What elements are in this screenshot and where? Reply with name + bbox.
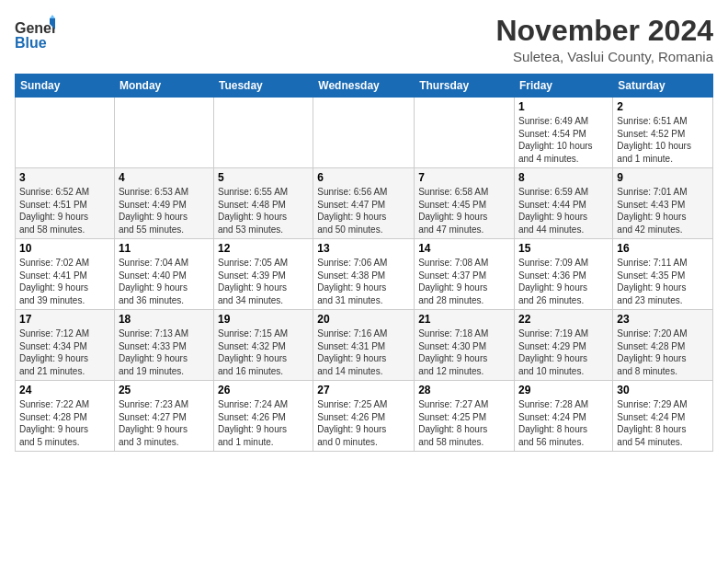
calendar-cell: 2Sunrise: 6:51 AMSunset: 4:52 PMDaylight… [613,98,713,168]
day-number: 5 [218,171,309,184]
day-number: 1 [518,100,609,113]
calendar-cell: 16Sunrise: 7:11 AMSunset: 4:35 PMDayligh… [613,239,713,310]
calendar-table: SundayMondayTuesdayWednesdayThursdayFrid… [15,74,713,452]
day-info: Sunrise: 7:08 AMSunset: 4:37 PMDaylight:… [418,257,510,306]
calendar-cell: 18Sunrise: 7:13 AMSunset: 4:33 PMDayligh… [114,310,213,381]
day-number: 3 [19,171,110,184]
day-info: Sunrise: 7:23 AMSunset: 4:27 PMDaylight:… [119,398,210,448]
day-number: 15 [518,242,609,255]
location-subtitle: Suletea, Vaslui County, Romania [495,49,713,64]
logo: General Blue [15,15,55,59]
day-number: 2 [617,100,709,113]
day-number: 23 [617,313,709,326]
day-number: 12 [218,242,309,255]
calendar-cell: 29Sunrise: 7:28 AMSunset: 4:24 PMDayligh… [515,381,613,452]
calendar-cell: 1Sunrise: 6:49 AMSunset: 4:54 PMDaylight… [515,98,613,168]
day-info: Sunrise: 6:59 AMSunset: 4:44 PMDaylight:… [518,186,609,236]
weekday-header: Thursday [415,75,515,98]
day-number: 18 [119,313,210,326]
calendar-header-row: SundayMondayTuesdayWednesdayThursdayFrid… [16,75,713,98]
day-info: Sunrise: 7:15 AMSunset: 4:32 PMDaylight:… [218,327,309,377]
calendar-cell: 22Sunrise: 7:19 AMSunset: 4:29 PMDayligh… [515,310,613,381]
day-number: 9 [617,171,709,184]
calendar-cell: 15Sunrise: 7:09 AMSunset: 4:36 PMDayligh… [515,239,613,310]
weekday-header: Tuesday [213,75,313,98]
day-number: 14 [418,242,510,255]
calendar-cell: 6Sunrise: 6:56 AMSunset: 4:47 PMDaylight… [313,168,415,239]
day-number: 13 [317,242,410,255]
calendar-cell: 7Sunrise: 6:58 AMSunset: 4:45 PMDaylight… [415,168,515,239]
day-info: Sunrise: 7:11 AMSunset: 4:35 PMDaylight:… [617,257,709,306]
calendar-cell: 10Sunrise: 7:02 AMSunset: 4:41 PMDayligh… [16,239,115,310]
calendar-cell: 27Sunrise: 7:25 AMSunset: 4:26 PMDayligh… [313,381,415,452]
day-info: Sunrise: 6:58 AMSunset: 4:45 PMDaylight:… [418,186,510,236]
day-info: Sunrise: 7:04 AMSunset: 4:40 PMDaylight:… [119,257,210,306]
day-info: Sunrise: 7:29 AMSunset: 4:24 PMDaylight:… [617,398,709,448]
day-number: 20 [317,313,410,326]
day-info: Sunrise: 6:55 AMSunset: 4:48 PMDaylight:… [218,186,309,236]
day-number: 30 [617,384,709,396]
day-info: Sunrise: 7:06 AMSunset: 4:38 PMDaylight:… [317,257,410,306]
calendar-cell: 8Sunrise: 6:59 AMSunset: 4:44 PMDaylight… [515,168,613,239]
day-info: Sunrise: 6:52 AMSunset: 4:51 PMDaylight:… [19,186,110,236]
calendar-cell: 30Sunrise: 7:29 AMSunset: 4:24 PMDayligh… [613,381,713,452]
calendar-cell: 3Sunrise: 6:52 AMSunset: 4:51 PMDaylight… [16,168,115,239]
day-info: Sunrise: 7:16 AMSunset: 4:31 PMDaylight:… [317,327,410,377]
calendar-cell: 21Sunrise: 7:18 AMSunset: 4:30 PMDayligh… [415,310,515,381]
calendar-week-row: 3Sunrise: 6:52 AMSunset: 4:51 PMDaylight… [16,168,713,239]
day-number: 6 [317,171,410,184]
calendar-week-row: 10Sunrise: 7:02 AMSunset: 4:41 PMDayligh… [16,239,713,310]
calendar-cell: 14Sunrise: 7:08 AMSunset: 4:37 PMDayligh… [415,239,515,310]
day-info: Sunrise: 7:01 AMSunset: 4:43 PMDaylight:… [617,186,709,236]
weekday-header: Wednesday [313,75,415,98]
day-number: 11 [119,242,210,255]
day-info: Sunrise: 7:12 AMSunset: 4:34 PMDaylight:… [19,327,110,377]
day-info: Sunrise: 7:13 AMSunset: 4:33 PMDaylight:… [119,327,210,377]
calendar-week-row: 24Sunrise: 7:22 AMSunset: 4:28 PMDayligh… [16,381,713,452]
calendar-cell: 26Sunrise: 7:24 AMSunset: 4:26 PMDayligh… [213,381,313,452]
weekday-header: Sunday [16,75,115,98]
day-info: Sunrise: 7:20 AMSunset: 4:28 PMDaylight:… [617,327,709,377]
day-info: Sunrise: 7:22 AMSunset: 4:28 PMDaylight:… [19,398,110,448]
day-number: 29 [518,384,609,396]
month-title: November 2024 [495,15,713,47]
calendar-cell: 12Sunrise: 7:05 AMSunset: 4:39 PMDayligh… [213,239,313,310]
calendar-cell [114,98,213,168]
weekday-header: Friday [515,75,613,98]
calendar-cell [415,98,515,168]
calendar-cell: 5Sunrise: 6:55 AMSunset: 4:48 PMDaylight… [213,168,313,239]
day-number: 19 [218,313,309,326]
svg-text:Blue: Blue [15,35,47,51]
calendar-week-row: 17Sunrise: 7:12 AMSunset: 4:34 PMDayligh… [16,310,713,381]
calendar-cell: 20Sunrise: 7:16 AMSunset: 4:31 PMDayligh… [313,310,415,381]
calendar-cell: 24Sunrise: 7:22 AMSunset: 4:28 PMDayligh… [16,381,115,452]
day-info: Sunrise: 7:18 AMSunset: 4:30 PMDaylight:… [418,327,510,377]
weekday-header: Saturday [613,75,713,98]
day-number: 17 [19,313,110,326]
calendar-cell: 23Sunrise: 7:20 AMSunset: 4:28 PMDayligh… [613,310,713,381]
logo-icon: General Blue [15,15,55,59]
day-number: 4 [119,171,210,184]
calendar-cell [313,98,415,168]
page-container: General Blue November 2024 Suletea, Vasl… [0,0,728,459]
day-number: 25 [119,384,210,396]
calendar-cell: 9Sunrise: 7:01 AMSunset: 4:43 PMDaylight… [613,168,713,239]
day-info: Sunrise: 7:05 AMSunset: 4:39 PMDaylight:… [218,257,309,306]
day-number: 28 [418,384,510,396]
day-number: 22 [518,313,609,326]
day-number: 8 [518,171,609,184]
day-number: 26 [218,384,309,396]
day-number: 27 [317,384,410,396]
calendar-cell [213,98,313,168]
day-number: 16 [617,242,709,255]
day-info: Sunrise: 7:27 AMSunset: 4:25 PMDaylight:… [418,398,510,448]
day-number: 7 [418,171,510,184]
day-info: Sunrise: 7:02 AMSunset: 4:41 PMDaylight:… [19,257,110,306]
calendar-cell: 13Sunrise: 7:06 AMSunset: 4:38 PMDayligh… [313,239,415,310]
day-info: Sunrise: 7:19 AMSunset: 4:29 PMDaylight:… [518,327,609,377]
calendar-week-row: 1Sunrise: 6:49 AMSunset: 4:54 PMDaylight… [16,98,713,168]
calendar-cell: 19Sunrise: 7:15 AMSunset: 4:32 PMDayligh… [213,310,313,381]
calendar-cell: 17Sunrise: 7:12 AMSunset: 4:34 PMDayligh… [16,310,115,381]
calendar-cell [16,98,115,168]
day-info: Sunrise: 6:56 AMSunset: 4:47 PMDaylight:… [317,186,410,236]
